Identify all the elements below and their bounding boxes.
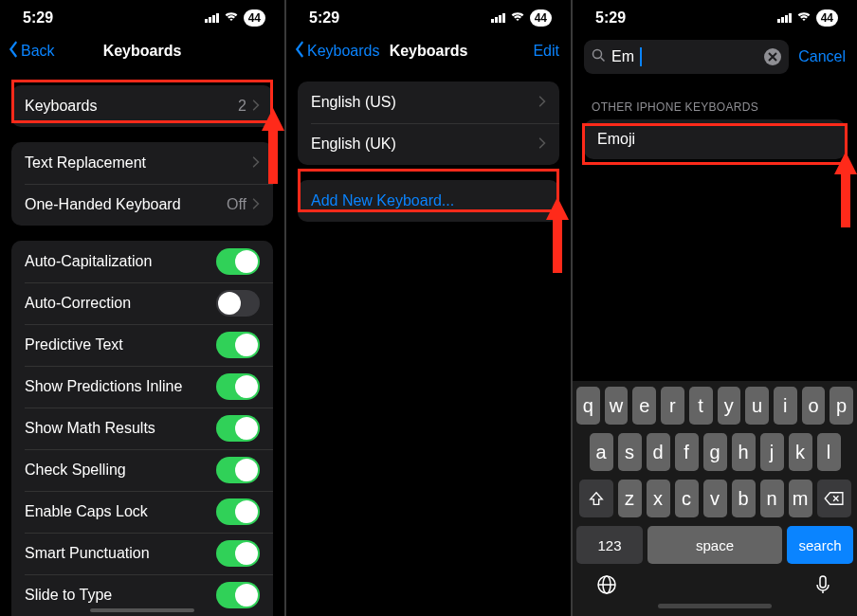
key-o[interactable]: o xyxy=(802,387,826,425)
key-l[interactable]: l xyxy=(817,433,841,471)
toggle-row[interactable]: Predictive Text xyxy=(11,324,273,366)
keyboard-row: 123 space search xyxy=(576,526,853,564)
toggle-row[interactable]: Auto-Correction xyxy=(11,282,273,324)
group-keyboards: Keyboards 2 xyxy=(11,85,273,127)
toggle-switch[interactable] xyxy=(216,457,260,483)
text-replacement-row[interactable]: Text Replacement xyxy=(11,142,273,184)
toggle-switch[interactable] xyxy=(216,290,260,317)
cellular-icon xyxy=(491,13,505,23)
key-e[interactable]: e xyxy=(632,387,656,425)
chevron-right-icon xyxy=(538,94,546,111)
language-row[interactable]: English (UK) xyxy=(298,123,559,165)
language-row[interactable]: English (US) xyxy=(298,82,559,123)
toggle-switch[interactable] xyxy=(216,332,260,358)
row-label: Check Spelling xyxy=(25,462,126,479)
toggle-row[interactable]: Check Spelling xyxy=(11,449,273,491)
content[interactable]: English (US) English (UK) Add New Keyboa… xyxy=(286,70,571,616)
row-label: Slide to Type xyxy=(25,587,112,604)
row-label: Enable Caps Lock xyxy=(25,503,148,520)
mic-icon[interactable] xyxy=(811,573,834,600)
key-v[interactable]: v xyxy=(703,480,727,517)
key-d[interactable]: d xyxy=(647,433,670,471)
search-field[interactable]: Em xyxy=(584,40,789,74)
one-handed-row[interactable]: One-Handed Keyboard Off xyxy=(11,184,273,226)
key-x[interactable]: x xyxy=(647,480,670,517)
edit-button[interactable]: Edit xyxy=(533,43,559,60)
status-bar: 5:29 44 xyxy=(0,0,284,32)
chevron-left-icon xyxy=(8,41,19,62)
toggle-row[interactable]: Show Math Results xyxy=(11,408,273,449)
status-right: 44 xyxy=(491,9,552,27)
key-c[interactable]: c xyxy=(675,480,699,517)
search-value: Em xyxy=(611,48,634,65)
shift-key[interactable] xyxy=(579,480,613,517)
toggle-row[interactable]: Smart Punctuation xyxy=(11,533,273,574)
group-add: Add New Keyboard... xyxy=(298,180,559,222)
cancel-button[interactable]: Cancel xyxy=(798,48,846,65)
group-toggles: Auto-CapitalizationAuto-CorrectionPredic… xyxy=(11,241,273,616)
status-time: 5:29 xyxy=(595,9,626,27)
add-new-keyboard-row[interactable]: Add New Keyboard... xyxy=(298,180,559,222)
back-button[interactable]: Back xyxy=(8,41,55,62)
toggle-switch[interactable] xyxy=(216,540,260,567)
toggle-switch[interactable] xyxy=(216,248,260,275)
key-h[interactable]: h xyxy=(732,433,756,471)
key-t[interactable]: t xyxy=(689,387,713,425)
toggle-switch[interactable] xyxy=(216,415,260,442)
key-g[interactable]: g xyxy=(703,433,727,471)
key-y[interactable]: y xyxy=(718,387,741,425)
keyboard-row: qwertyuiop xyxy=(576,387,853,425)
chevron-right-icon xyxy=(252,196,260,213)
toggle-row[interactable]: Show Predictions Inline xyxy=(11,366,273,408)
key-a[interactable]: a xyxy=(590,433,613,471)
text-cursor xyxy=(640,47,642,66)
row-label: Predictive Text xyxy=(25,336,123,353)
key-p[interactable]: p xyxy=(830,387,853,425)
toggle-row[interactable]: Auto-Capitalization xyxy=(11,241,273,282)
screen-add-keyboard-search: 5:29 44 Em Cancel OTHER IPHONE KEYBOARDS… xyxy=(573,0,857,616)
key-k[interactable]: k xyxy=(789,433,812,471)
search-result-emoji[interactable]: Emoji xyxy=(584,119,846,159)
numbers-key[interactable]: 123 xyxy=(576,526,643,564)
space-key[interactable]: space xyxy=(647,526,782,564)
key-j[interactable]: j xyxy=(760,433,784,471)
toggle-row[interactable]: Enable Caps Lock xyxy=(11,491,273,533)
status-right: 44 xyxy=(205,9,265,27)
backspace-key[interactable] xyxy=(817,480,851,517)
key-b[interactable]: b xyxy=(732,480,756,517)
row-label: Keyboards xyxy=(25,98,98,115)
key-w[interactable]: w xyxy=(605,387,629,425)
section-header: OTHER IPHONE KEYBOARDS xyxy=(573,82,857,119)
chevron-right-icon xyxy=(252,154,260,172)
back-button[interactable]: Keyboards xyxy=(294,41,380,62)
search-key[interactable]: search xyxy=(787,526,853,564)
key-s[interactable]: s xyxy=(618,433,642,471)
screen-keyboards-list: 5:29 44 Keyboards Keyboards Edit English… xyxy=(286,0,571,616)
key-z[interactable]: z xyxy=(618,480,642,517)
result-label: Emoji xyxy=(597,131,635,147)
svg-marker-8 xyxy=(834,152,857,227)
battery-icon: 44 xyxy=(816,9,838,27)
toggle-switch[interactable] xyxy=(216,498,260,525)
nav-bar: Back Keyboards xyxy=(0,32,284,70)
wifi-icon xyxy=(796,9,811,27)
key-r[interactable]: r xyxy=(661,387,684,425)
key-u[interactable]: u xyxy=(745,387,769,425)
svg-point-2 xyxy=(593,49,602,58)
key-f[interactable]: f xyxy=(675,433,699,471)
content[interactable]: Keyboards 2 Text Replacement One-Handed … xyxy=(0,70,284,616)
row-label: Smart Punctuation xyxy=(25,545,150,562)
toggle-switch[interactable] xyxy=(216,373,260,400)
svg-rect-7 xyxy=(820,576,826,588)
wifi-icon xyxy=(224,9,239,27)
clear-button[interactable] xyxy=(764,48,781,65)
key-i[interactable]: i xyxy=(774,387,797,425)
row-label: One-Handed Keyboard xyxy=(25,196,181,213)
globe-icon[interactable] xyxy=(595,573,618,600)
key-n[interactable]: n xyxy=(760,480,784,517)
key-q[interactable]: q xyxy=(576,387,600,425)
keyboards-row[interactable]: Keyboards 2 xyxy=(11,85,273,127)
toggle-switch[interactable] xyxy=(216,582,260,608)
key-m[interactable]: m xyxy=(789,480,812,517)
status-bar: 5:29 44 xyxy=(573,0,857,32)
